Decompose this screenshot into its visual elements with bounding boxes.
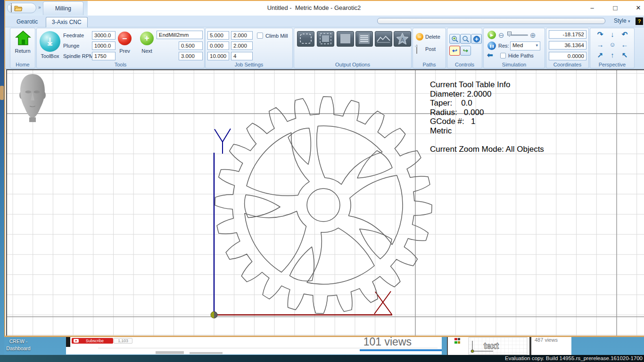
plunge-label: Plunge (63, 43, 79, 49)
resolution-dropdown[interactable]: Med ▾ (510, 41, 540, 50)
output-solid-region-button[interactable] (337, 31, 354, 47)
coordinate-y-field[interactable] (549, 41, 586, 49)
tab-3-axis-cnc[interactable]: 3-Axis CNC (46, 17, 88, 27)
panel-coordinates: Coordinates (546, 28, 589, 68)
post-button[interactable] (416, 45, 417, 54)
taskbar-strip: Evaluation copy. Build 14955.rs_prerelea… (0, 355, 644, 362)
rotate-ccw-button[interactable]: ↶ (619, 29, 631, 40)
output-frame-button[interactable] (317, 31, 334, 47)
prev-tool-button[interactable]: – (118, 32, 132, 45)
feedrate-input[interactable] (92, 31, 116, 40)
panel-caption-paths: Paths (413, 62, 446, 67)
tilt-down-button[interactable]: ↓ (606, 29, 619, 40)
minimize-button[interactable]: – (584, 2, 600, 13)
spin-left-button[interactable]: ↖ (619, 50, 631, 60)
zoom-all-button[interactable] (471, 34, 482, 44)
youtube-play-icon (74, 339, 79, 343)
star-a-icon: A (394, 32, 411, 46)
desktop-icon-label[interactable]: CREW - Dashboard (2, 338, 35, 352)
magnifier-plus-icon (451, 35, 459, 43)
speed-plus-button[interactable]: ⊕ (530, 31, 536, 40)
job-value-r1c1[interactable] (207, 31, 229, 40)
pause-icon: ❚❚ (489, 44, 494, 48)
job-value-r1c2[interactable] (231, 31, 253, 40)
video-player-edge (66, 337, 70, 347)
next-tool-button[interactable]: + (140, 32, 154, 45)
plus-circle-icon: ⊕ (530, 31, 536, 39)
subscribe-label: Subscribe (86, 338, 104, 343)
subscribe-button[interactable]: Subscribe (72, 338, 113, 344)
job-value-r3c1[interactable] (207, 52, 229, 60)
evaluation-watermark: Evaluation copy. Build 14955.rs_prerelea… (505, 355, 643, 362)
play-button[interactable]: ▶ (487, 31, 496, 39)
tool-name-input[interactable] (157, 31, 203, 39)
undo-view-button[interactable]: ↩ (449, 46, 460, 56)
maximize-button[interactable]: □ (607, 2, 623, 13)
pause-button[interactable]: ❚❚ (487, 41, 496, 50)
job-value-r2c2[interactable] (231, 41, 253, 50)
job-value-r3c2[interactable] (231, 52, 253, 60)
cad-canvas[interactable]: Current Tool Table Info Diameter: 2.0000… (6, 69, 644, 336)
output-star-text-button[interactable]: A (394, 31, 411, 47)
redo-view-button[interactable]: ↪ (460, 46, 471, 56)
help-button[interactable]: ? (636, 17, 643, 25)
new-file-icon[interactable] (11, 4, 12, 12)
quick-access-toolbar (7, 3, 36, 13)
svg-text:A: A (401, 37, 405, 42)
spindle-rpm-input[interactable] (92, 52, 116, 60)
pan-left-button[interactable]: ← (619, 40, 631, 50)
zoom-in-button[interactable] (449, 34, 460, 44)
speed-slider-thumb[interactable] (507, 32, 512, 37)
redo-arrow-icon: ↪ (463, 47, 468, 54)
panel-caption-perspective: Perspective (590, 62, 634, 67)
coordinate-z-field[interactable] (549, 52, 586, 60)
ribbon: Return Home ⤓ ToolBox Feedrate Plunge Sp… (5, 27, 644, 69)
plunge-input[interactable] (92, 41, 116, 50)
toolbox-button[interactable]: ⤓ (40, 31, 60, 52)
reset-view-smiley-button[interactable]: ☺ (606, 40, 619, 50)
tilt-up-button[interactable]: ↑ (606, 50, 619, 60)
coordinate-x-field[interactable] (549, 30, 586, 39)
tool-value1-input[interactable] (179, 41, 203, 50)
panel-caption-home: Home (10, 62, 35, 67)
return-button[interactable] (15, 30, 31, 48)
climb-mill-checkbox[interactable] (257, 33, 263, 39)
blue-plus-circle-icon (473, 35, 480, 43)
spin-right-button[interactable]: ↗ (594, 50, 606, 60)
desktop-icon-glimpse (0, 86, 4, 100)
tool-value2-input[interactable] (179, 52, 203, 60)
rewind-button[interactable]: ⬅ (487, 51, 493, 59)
pan-right-button[interactable]: → (594, 40, 606, 50)
open-file-icon[interactable] (14, 5, 23, 11)
panel-perspective: ↷ ↓ ↶ → ☺ ← ↗ ↑ ↖ Perspective (590, 28, 635, 68)
simulation-progress-bar (377, 18, 605, 24)
qat-overflow-chevron[interactable]: » (38, 5, 41, 10)
panel-paths: – Delete Post Paths (413, 28, 446, 68)
panel-caption-controls: Controls (447, 62, 482, 67)
job-value-r2c1[interactable] (207, 41, 229, 50)
horizontal-lines-icon (356, 32, 372, 46)
output-raster-lines-button[interactable] (355, 31, 373, 47)
app-title-tab[interactable]: Milling (43, 1, 83, 15)
subscriber-count: 1,103 (114, 338, 132, 344)
minus-icon: – (122, 33, 127, 43)
speed-minus-button[interactable]: ⊖ (498, 31, 504, 40)
desktop-icon-line1: CREW - (2, 338, 35, 345)
panel-caption-tools: Tools (37, 62, 204, 67)
hide-paths-checkbox[interactable] (500, 53, 506, 58)
text-glimpse (156, 351, 184, 354)
close-button[interactable]: ✕ (630, 2, 644, 13)
window-title: Untitled - Metric Mode - Gearotic2 (203, 4, 425, 11)
output-marquee-button[interactable] (297, 31, 314, 47)
tab-gearotic[interactable]: Gearotic (11, 17, 43, 27)
zoom-window-button[interactable] (460, 34, 471, 44)
delete-paths-button[interactable]: – (416, 33, 423, 41)
rotate-cw-button[interactable]: ↷ (594, 29, 606, 40)
landscape-icon (375, 32, 392, 46)
output-landscape-button[interactable] (375, 31, 392, 47)
delete-label: Delete (425, 34, 440, 40)
view-count-small: 487 views (535, 337, 558, 343)
download-arrow-icon: ⤓ (48, 35, 52, 48)
mini-cad-preview: text (448, 337, 528, 355)
style-dropdown[interactable]: Style ▾ (614, 17, 630, 24)
